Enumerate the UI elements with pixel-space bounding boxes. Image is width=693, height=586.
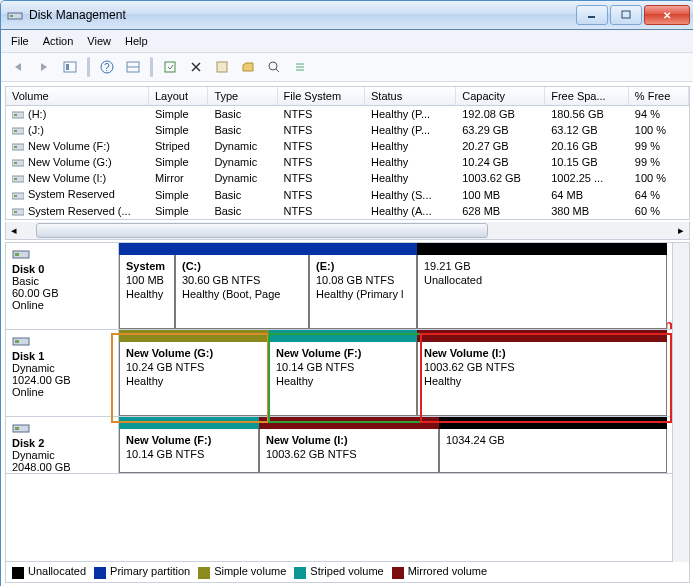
disk-kind: Basic xyxy=(12,275,112,287)
partition[interactable]: New Volume (F:)10.14 GB NTFS xyxy=(119,417,259,473)
minimize-button[interactable] xyxy=(576,5,608,25)
maximize-button[interactable] xyxy=(610,5,642,25)
volume-icon xyxy=(12,191,24,201)
disk-state: Online xyxy=(12,386,112,398)
menu-file[interactable]: File xyxy=(11,35,29,47)
partition[interactable]: 19.21 GBUnallocated xyxy=(417,243,667,329)
panel-icon[interactable] xyxy=(122,56,144,78)
close-button[interactable]: ✕ xyxy=(644,5,690,25)
svg-rect-27 xyxy=(12,193,24,199)
svg-rect-18 xyxy=(14,114,17,116)
menu-help[interactable]: Help xyxy=(125,35,148,47)
disk-partitions: New Volume (F:)10.14 GB NTFSNew Volume (… xyxy=(119,417,689,473)
partition-bar xyxy=(269,330,417,342)
table-row[interactable]: (J:)SimpleBasicNTFSHealthy (P...63.29 GB… xyxy=(6,122,689,138)
scroll-thumb[interactable] xyxy=(36,223,488,238)
table-row[interactable]: New Volume (I:)MirrorDynamicNTFSHealthy1… xyxy=(6,170,689,186)
table-row[interactable]: (H:)SimpleBasicNTFSHealthy (P...192.08 G… xyxy=(6,106,689,123)
column-header[interactable]: Type xyxy=(208,87,277,106)
disk-size: 2048.00 GB xyxy=(12,461,112,473)
partition-bar xyxy=(417,330,667,342)
menubar: File Action View Help xyxy=(1,30,693,53)
partition-body: New Volume (F:)10.14 GB NTFSHealthy xyxy=(269,342,417,416)
table-row[interactable]: System Reserved (...SimpleBasicNTFSHealt… xyxy=(6,203,689,219)
partition[interactable]: System100 MBHealthy xyxy=(119,243,175,329)
volume-icon xyxy=(12,207,24,217)
volume-icon xyxy=(12,110,24,120)
svg-line-13 xyxy=(276,69,279,72)
table-row[interactable]: New Volume (F:)StripedDynamicNTFSHealthy… xyxy=(6,138,689,154)
titlebar[interactable]: Disk Management ✕ xyxy=(1,1,693,30)
column-header[interactable]: Free Spa... xyxy=(545,87,629,106)
disk-icon xyxy=(12,421,30,435)
partition-body: (E:)10.08 GB NTFSHealthy (Primary l xyxy=(309,255,417,329)
column-header[interactable]: Volume xyxy=(6,87,149,106)
svg-rect-19 xyxy=(12,128,24,134)
menu-action[interactable]: Action xyxy=(43,35,74,47)
partition-bar xyxy=(119,243,175,255)
disk-state: Online xyxy=(12,299,112,311)
column-header[interactable]: File System xyxy=(277,87,364,106)
partition-bar xyxy=(259,417,439,429)
scroll-left-icon[interactable]: ◂ xyxy=(6,222,22,239)
partition[interactable]: New Volume (I:)1003.62 GB NTFSHealthy xyxy=(417,330,667,416)
horizontal-scrollbar[interactable]: ◂ ▸ xyxy=(5,222,690,240)
explore-icon[interactable] xyxy=(237,56,259,78)
legend-item: Unallocated xyxy=(12,565,86,578)
svg-rect-25 xyxy=(12,176,24,182)
disk-name: Disk 0 xyxy=(12,263,112,275)
svg-rect-35 xyxy=(15,253,19,256)
properties-icon[interactable] xyxy=(211,56,233,78)
toolbar: ? xyxy=(1,53,693,82)
column-header[interactable]: % Free xyxy=(628,87,688,106)
show-hide-icon[interactable] xyxy=(59,56,81,78)
volume-list[interactable]: VolumeLayoutTypeFile SystemStatusCapacit… xyxy=(5,86,690,220)
column-header[interactable]: Layout xyxy=(149,87,208,106)
disk-map[interactable]: Disk 0Basic60.00 GBOnlineSystem100 MBHea… xyxy=(5,242,690,583)
svg-rect-29 xyxy=(12,209,24,215)
partition[interactable]: (C:)30.60 GB NTFSHealthy (Boot, Page xyxy=(175,243,309,329)
partition[interactable]: New Volume (F:)10.14 GB NTFSHealthy xyxy=(269,330,417,416)
forward-icon[interactable] xyxy=(33,56,55,78)
table-row[interactable]: System ReservedSimpleBasicNTFSHealthy (S… xyxy=(6,186,689,202)
disk-partitions: New Volume (G:)10.24 GB NTFSHealthyNew V… xyxy=(119,330,689,416)
disk-icon xyxy=(12,247,30,261)
disk-icon xyxy=(12,334,30,348)
partition-body: 1034.24 GB xyxy=(439,429,667,473)
partition[interactable]: New Volume (I:)1003.62 GB NTFS xyxy=(259,417,439,473)
partition[interactable]: New Volume (G:)10.24 GB NTFSHealthy xyxy=(119,330,269,416)
volume-icon xyxy=(12,126,24,136)
refresh-icon[interactable] xyxy=(159,56,181,78)
list-icon[interactable] xyxy=(289,56,311,78)
disk-info: Disk 0Basic60.00 GBOnline xyxy=(6,243,119,329)
svg-rect-23 xyxy=(12,160,24,166)
scroll-right-icon[interactable]: ▸ xyxy=(673,222,689,239)
search-icon[interactable] xyxy=(263,56,285,78)
column-header[interactable]: Status xyxy=(365,87,456,106)
svg-rect-24 xyxy=(14,162,17,164)
disk-name: Disk 1 xyxy=(12,350,112,362)
partition-body: New Volume (I:)1003.62 GB NTFSHealthy xyxy=(417,342,667,416)
legend-item: Primary partition xyxy=(94,565,190,578)
window-title: Disk Management xyxy=(29,8,576,22)
partition[interactable]: 1034.24 GB xyxy=(439,417,667,473)
back-icon[interactable] xyxy=(7,56,29,78)
delete-icon[interactable] xyxy=(185,56,207,78)
svg-rect-10 xyxy=(165,62,175,72)
app-icon xyxy=(7,7,23,23)
disk-row[interactable]: Disk 0Basic60.00 GBOnlineSystem100 MBHea… xyxy=(6,243,689,330)
disk-row[interactable]: Disk 2Dynamic2048.00 GBNew Volume (F:)10… xyxy=(6,417,689,474)
menu-view[interactable]: View xyxy=(87,35,111,47)
partition-body: New Volume (F:)10.14 GB NTFS xyxy=(119,429,259,473)
volume-icon xyxy=(12,174,24,184)
disk-size: 1024.00 GB xyxy=(12,374,112,386)
disk-row[interactable]: Disk 1Dynamic1024.00 GBOnlineNew Volume … xyxy=(6,330,689,417)
help-icon[interactable]: ? xyxy=(96,56,118,78)
partition[interactable]: (E:)10.08 GB NTFSHealthy (Primary l xyxy=(309,243,417,329)
partition-bar xyxy=(175,243,309,255)
column-header[interactable]: Capacity xyxy=(456,87,545,106)
separator xyxy=(87,57,90,77)
vertical-scrollbar[interactable] xyxy=(672,243,689,562)
partition-bar xyxy=(119,417,259,429)
table-row[interactable]: New Volume (G:)SimpleDynamicNTFSHealthy1… xyxy=(6,154,689,170)
